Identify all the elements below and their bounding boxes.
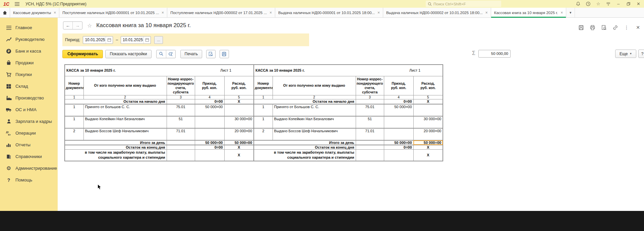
sidebar-item-warehouse[interactable]: Склад: [0, 80, 58, 92]
row-label[interactable]: Остаток на начало дня: [254, 99, 356, 104]
row-label[interactable]: Остаток на начало дня: [65, 99, 167, 104]
column-header[interactable]: Номер коррес- пондирующего счета, субсче…: [356, 76, 384, 95]
cell-korr[interactable]: 75.01: [356, 104, 384, 116]
tab[interactable]: Поступление наличных НД00-000001 от 10.0…: [59, 8, 167, 17]
period-variants-button[interactable]: ...: [154, 36, 163, 44]
save-icon[interactable]: [578, 24, 584, 30]
main-menu-button[interactable]: [14, 2, 20, 6]
cell-prihod[interactable]: 50 000=00: [195, 140, 224, 145]
cell-prihod[interactable]: [384, 116, 413, 128]
column-header[interactable]: От кого получено или кому выдано: [83, 76, 167, 95]
sidebar-item-menu[interactable]: Главное: [0, 22, 58, 33]
cell-korr[interactable]: [356, 99, 384, 104]
tab-close-icon[interactable]: ×: [162, 11, 164, 15]
cell-prihod[interactable]: 50 000=00: [384, 104, 413, 116]
show-settings-button[interactable]: Показать настройки: [105, 50, 151, 58]
row-label[interactable]: в том числе на заработную плату, выплаты…: [254, 150, 356, 161]
cell-korr[interactable]: [356, 145, 384, 150]
cell-rashod[interactable]: X: [413, 145, 443, 150]
cell-desc[interactable]: Выдано Копейкин Нал Безналович: [83, 116, 167, 128]
cell-korr[interactable]: 71.01: [356, 128, 384, 140]
cell-rashod[interactable]: 50 000=00: [224, 140, 254, 145]
cell-korr[interactable]: 51: [167, 116, 195, 128]
cell-rashod[interactable]: 30 000=00: [224, 116, 254, 128]
save-report-button[interactable]: [220, 50, 229, 58]
cell-rashod[interactable]: 20 000=00: [413, 128, 443, 140]
cell-num[interactable]: 1: [254, 116, 273, 128]
cell-rashod[interactable]: 50 000=00: [413, 140, 443, 145]
cell-prihod[interactable]: [195, 128, 224, 140]
row-label[interactable]: в том числе на заработную плату, выплаты…: [65, 150, 167, 161]
cell-rashod[interactable]: [224, 104, 254, 116]
cell-num[interactable]: 1: [65, 116, 83, 128]
cell-korr[interactable]: 71.01: [167, 128, 195, 140]
period-from-input[interactable]: [85, 37, 106, 42]
cell-korr[interactable]: [356, 150, 384, 161]
cell-rashod[interactable]: 20 000=00: [224, 128, 254, 140]
cell-rashod[interactable]: 30 000=00: [413, 116, 443, 128]
sidebar-item-factory[interactable]: Производство: [0, 92, 58, 104]
calendar-icon[interactable]: [106, 36, 112, 44]
cell-prihod[interactable]: 0=00: [384, 145, 413, 150]
row-label[interactable]: Остаток на конец дня: [65, 145, 167, 150]
column-header[interactable]: Приход, руб. коп.: [384, 76, 413, 95]
tab[interactable]: Поступление наличных НД00-000002 от 17.0…: [167, 8, 275, 17]
global-search-input[interactable]: Поиск Ctrl+Shift+F: [426, 1, 501, 7]
sidebar-item-ruble[interactable]: ₽Банк и касса: [0, 45, 58, 57]
more-button[interactable]: Еще▼: [615, 50, 636, 58]
sum-value-field[interactable]: 50 000,00: [478, 50, 511, 58]
cell-korr[interactable]: [356, 140, 384, 145]
tab-close-icon[interactable]: ×: [54, 11, 56, 15]
sidebar-item-chart-up[interactable]: Руководителю: [0, 33, 58, 45]
sheet-caption-cell[interactable]: КАССА за 10 января 2025 г.Лист 1: [254, 65, 443, 76]
sidebar-item-sales[interactable]: Продажи: [0, 57, 58, 69]
nav-forward-button[interactable]: →: [73, 22, 82, 29]
tab[interactable]: Кассовые документы×: [10, 8, 59, 17]
sidebar-item-bars[interactable]: Отчеты: [0, 139, 58, 151]
column-number[interactable]: 2: [273, 95, 356, 99]
cell-rashod[interactable]: X: [224, 150, 254, 161]
calendar-icon[interactable]: [143, 36, 150, 44]
favorites-star-icon[interactable]: ☆: [595, 1, 601, 7]
column-number[interactable]: 1: [254, 95, 273, 99]
column-number[interactable]: 5: [224, 95, 254, 99]
cell-prihod[interactable]: 50 000=00: [384, 140, 413, 145]
cell-desc[interactable]: Выдано Копейкин Нал Безналович: [273, 116, 356, 128]
cell-prihod[interactable]: 0=00: [384, 99, 413, 104]
service-menu-icon[interactable]: [605, 1, 611, 7]
tab-close-icon[interactable]: ×: [485, 11, 488, 15]
history-clock-icon[interactable]: [585, 1, 591, 7]
nav-back-button[interactable]: ←: [63, 22, 73, 29]
cell-desc[interactable]: Выдано Боссов Шеф Начальникович: [83, 128, 167, 140]
sidebar-item-gear[interactable]: ⚙Администрирование: [0, 162, 58, 174]
sheet-caption-cell[interactable]: КАССА за 10 января 2025 г.Лист 1: [65, 65, 254, 76]
column-number[interactable]: 3: [167, 95, 195, 99]
close-tab-button[interactable]: ✕: [635, 24, 641, 30]
cell-rashod[interactable]: X: [224, 145, 254, 150]
period-from-field[interactable]: [83, 36, 113, 44]
cell-rashod[interactable]: X: [224, 99, 254, 104]
column-header[interactable]: Номер коррес- пондирующего счета, субсче…: [167, 76, 195, 95]
sidebar-item-person[interactable]: Зарплата и кадры: [0, 116, 58, 127]
cell-korr[interactable]: [167, 99, 195, 104]
column-number[interactable]: 1: [65, 95, 83, 99]
cell-rashod[interactable]: [413, 104, 443, 116]
tab-home[interactable]: [0, 8, 10, 17]
sidebar-item-cart[interactable]: Покупки: [0, 69, 58, 80]
cell-desc[interactable]: Выдано Боссов Шеф Начальникович: [273, 128, 356, 140]
print-icon[interactable]: [589, 24, 595, 30]
print-button[interactable]: Печать: [180, 50, 202, 58]
restore-button[interactable]: [626, 1, 631, 7]
find-next-button[interactable]: [166, 50, 175, 58]
cell-korr[interactable]: [167, 140, 195, 145]
column-header[interactable]: Расход, руб. коп.: [413, 76, 443, 95]
cell-desc[interactable]: Принято от Большов С. С.: [273, 104, 356, 116]
cell-num[interactable]: 2: [65, 128, 83, 140]
minimize-button[interactable]: –: [616, 1, 621, 7]
column-header[interactable]: Номер документа: [65, 76, 83, 95]
cell-korr[interactable]: [167, 145, 195, 150]
column-number[interactable]: 2: [83, 95, 167, 99]
cell-prihod[interactable]: [195, 150, 224, 161]
tab-list-dropdown[interactable]: ▼: [566, 8, 575, 17]
row-label[interactable]: Итого за день: [65, 140, 167, 145]
